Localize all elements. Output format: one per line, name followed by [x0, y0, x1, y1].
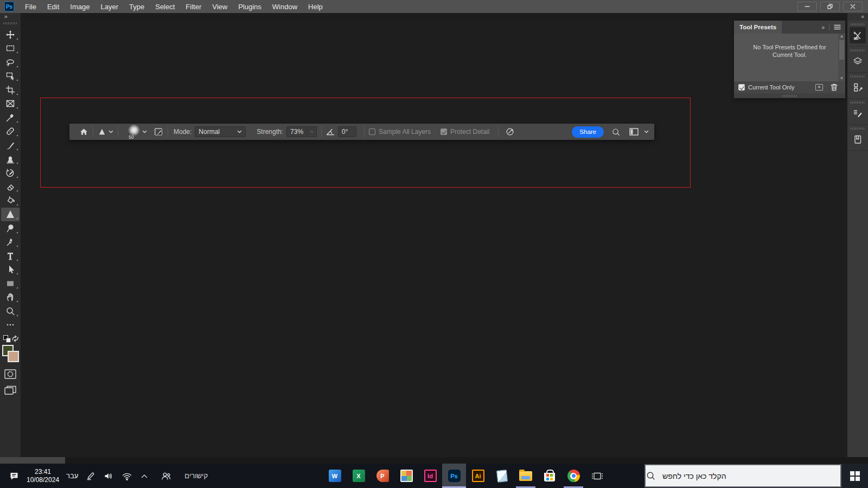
panel-group-grip[interactable]	[734, 93, 845, 98]
pressure-size-icon[interactable]	[505, 127, 515, 137]
tool-presets-scrollbar[interactable]: ▲ ▼	[838, 34, 845, 81]
menu-plugins[interactable]: Plugins	[233, 0, 267, 13]
workspace-chevron-icon[interactable]	[644, 130, 649, 133]
menu-file[interactable]: File	[20, 0, 42, 13]
menu-type[interactable]: Type	[124, 0, 150, 13]
strength-dropdown-button[interactable]	[307, 126, 317, 137]
tool-eyedropper[interactable]	[1, 111, 20, 125]
dock-layers-button[interactable]	[850, 53, 866, 69]
current-tool-only-checkbox[interactable]	[738, 84, 745, 91]
tool-gradient-fill[interactable]	[1, 194, 20, 208]
taskbar-photos-button[interactable]	[394, 464, 418, 488]
panel-collapse-button[interactable]: »	[821, 24, 825, 30]
volume-button[interactable]	[103, 471, 114, 481]
taskbar-chrome-button[interactable]	[561, 464, 585, 488]
dock-brush-settings-button[interactable]	[850, 105, 866, 121]
menu-help[interactable]: Help	[303, 0, 328, 13]
strength-field[interactable]: 73%	[286, 126, 307, 137]
taskbar-powerpoint-button[interactable]: P	[371, 464, 394, 488]
angle-field[interactable]: 0°	[338, 126, 356, 137]
quick-mask-icon[interactable]	[4, 369, 17, 380]
panel-menu-icon[interactable]	[834, 24, 841, 30]
protect-detail-checkbox[interactable]	[441, 129, 447, 135]
tool-move[interactable]	[1, 28, 20, 42]
show-hidden-icons-button[interactable]	[140, 472, 149, 480]
home-icon[interactable]	[79, 127, 88, 136]
tool-rectangle-shape[interactable]	[1, 277, 20, 291]
taskbar-clock[interactable]: 23:41 10/08/2024	[27, 468, 59, 484]
delete-preset-icon[interactable]	[831, 84, 838, 91]
links-toolbar-label[interactable]: קישורים	[184, 472, 208, 480]
menu-view[interactable]: View	[207, 0, 233, 13]
menu-window[interactable]: Window	[267, 0, 303, 13]
sample-all-layers-checkbox[interactable]	[369, 129, 375, 135]
tools-panel-grip[interactable]	[3, 22, 17, 24]
menu-select[interactable]: Select	[150, 0, 180, 13]
tool-pen[interactable]	[1, 235, 20, 249]
dock-tool-presets-button[interactable]	[850, 27, 866, 43]
tool-dodge[interactable]	[1, 221, 20, 235]
tool-eraser[interactable]	[1, 180, 20, 194]
tool-path-selection[interactable]	[1, 263, 20, 277]
taskbar-search-box[interactable]: הקלד כאן כדי לחפש	[644, 464, 841, 487]
dock-clone-source-button[interactable]	[850, 79, 866, 95]
menu-edit[interactable]: Edit	[42, 0, 65, 13]
tool-object-selection[interactable]	[1, 69, 20, 84]
language-indicator[interactable]: עבר	[66, 472, 78, 480]
scroll-down-icon[interactable]: ▼	[840, 76, 844, 81]
edit-toolbar-button[interactable]	[1, 318, 20, 332]
taskbar-notepad-button[interactable]	[490, 464, 514, 488]
scroll-up-icon[interactable]: ▲	[840, 34, 844, 39]
tool-frame[interactable]	[1, 97, 20, 111]
new-tool-preset-button[interactable]: +	[815, 84, 823, 91]
taskbar-file-explorer-button[interactable]	[514, 464, 538, 488]
windows-ink-button[interactable]	[85, 471, 96, 481]
workspace-switcher-button[interactable]	[629, 128, 639, 136]
brush-preset-picker[interactable]: 50	[123, 124, 140, 140]
task-view-button[interactable]	[585, 464, 609, 488]
search-icon[interactable]	[611, 127, 621, 137]
mode-dropdown[interactable]: Normal	[195, 126, 246, 137]
screen-mode-icon[interactable]	[4, 385, 17, 396]
tool-sharpen[interactable]	[1, 208, 20, 222]
taskbar-indesign-button[interactable]: Id	[418, 464, 442, 488]
menu-image[interactable]: Image	[65, 0, 95, 13]
tool-history-brush[interactable]	[1, 166, 20, 180]
tool-rectangular-marquee[interactable]	[1, 42, 20, 56]
tool-zoom[interactable]	[1, 304, 20, 318]
tool-type[interactable]	[1, 249, 20, 263]
brush-picker-chevron-icon[interactable]	[142, 130, 147, 133]
taskbar-word-button[interactable]: W	[323, 464, 347, 488]
taskbar-microsoft-store-button[interactable]	[538, 464, 561, 488]
swap-colors-icon[interactable]	[11, 335, 19, 342]
menu-filter[interactable]: Filter	[180, 0, 207, 13]
taskbar-illustrator-button[interactable]: Ai	[466, 464, 490, 488]
current-tool-icon[interactable]	[98, 127, 106, 136]
close-button[interactable]	[843, 2, 863, 11]
people-button[interactable]	[160, 471, 172, 481]
tool-brush[interactable]	[1, 138, 20, 152]
background-color-swatch[interactable]	[8, 351, 19, 362]
taskbar-photoshop-button[interactable]: Ps	[442, 464, 466, 488]
toggle-brush-settings-icon[interactable]	[154, 127, 163, 137]
menu-layer[interactable]: Layer	[95, 0, 124, 13]
network-button[interactable]	[121, 471, 133, 481]
start-button[interactable]	[841, 464, 868, 488]
tool-presets-tab[interactable]: Tool Presets	[734, 21, 782, 34]
tool-preset-chevron-icon[interactable]	[108, 130, 113, 133]
tool-hand[interactable]	[1, 291, 20, 305]
tool-clone-stamp[interactable]	[1, 152, 20, 166]
restore-button[interactable]	[820, 2, 840, 11]
dock-collapse-button[interactable]: «	[847, 13, 868, 21]
scrollbar-thumb[interactable]	[839, 40, 844, 60]
tool-spot-healing[interactable]	[1, 125, 20, 139]
tools-panel-expand-button[interactable]: »	[0, 13, 21, 21]
dock-libraries-button[interactable]	[850, 131, 866, 147]
taskbar-excel-button[interactable]: X	[347, 464, 371, 488]
tool-crop[interactable]	[1, 83, 20, 97]
brush-settings-icon	[852, 108, 863, 119]
minimize-button[interactable]	[797, 2, 817, 11]
action-center-button[interactable]	[9, 471, 20, 481]
share-button[interactable]: Share	[572, 126, 604, 138]
tool-lasso[interactable]	[1, 55, 20, 69]
